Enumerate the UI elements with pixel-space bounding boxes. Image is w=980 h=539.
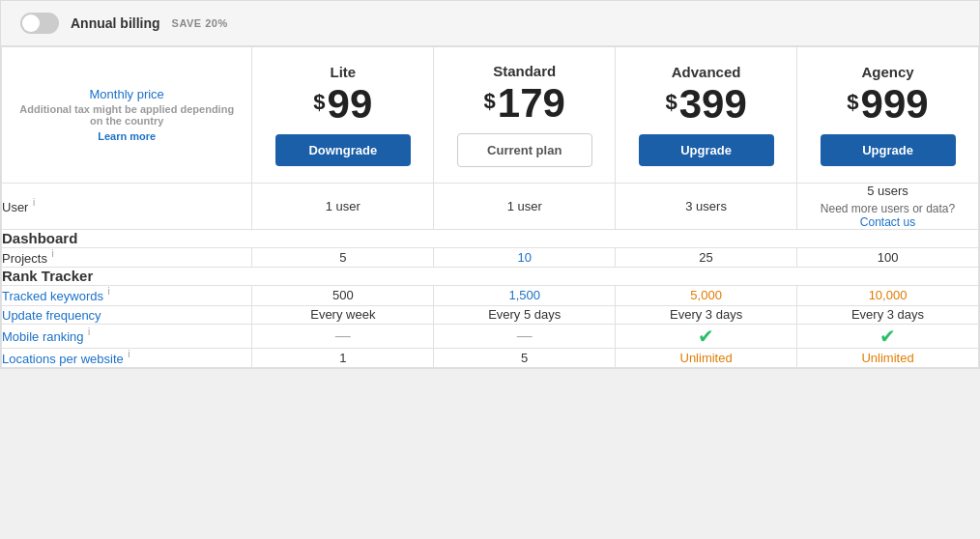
projects-lite-value: 5 [252, 248, 434, 268]
update-frequency-feature-cell: Update frequency [2, 305, 252, 324]
user-agency-value: 5 users Need more users or data? Contact… [797, 184, 979, 230]
annual-billing-toggle[interactable] [20, 13, 59, 34]
plan-header-agency: Agency $ 999 Upgrade [797, 47, 979, 184]
user-feature-cell: User i [2, 184, 252, 230]
tracked-keywords-agency: 10,000 [797, 286, 979, 305]
mobile-ranking-label: Mobile ranking [2, 329, 84, 344]
check-icon-agency: ✔ [879, 326, 896, 347]
plan-dollar-lite: $ [313, 90, 325, 115]
plan-name-advanced: Advanced [625, 64, 787, 80]
user-info-icon: i [33, 197, 35, 208]
plan-dollar-standard: $ [484, 89, 496, 114]
plan-amount-agency: 999 [861, 84, 929, 125]
pricing-table: Monthly price Additional tax might be ap… [1, 46, 979, 368]
current-plan-button[interactable]: Current plan [457, 133, 592, 167]
save-badge: SAVE 20% [172, 17, 228, 29]
update-freq-standard: Every 5 days [434, 305, 616, 324]
user-row: User i 1 user 1 user 3 users 5 users Nee… [2, 184, 979, 230]
contact-us-link[interactable]: Contact us [797, 215, 978, 229]
locations-row: Locations per website i 1 5 Unlimited Un… [2, 348, 979, 367]
dashboard-label: Dashboard [2, 230, 77, 246]
projects-agency-value: 100 [797, 248, 979, 268]
agency-users-text: 5 users [797, 184, 978, 198]
plan-header-standard: Standard $ 179 Current plan [434, 47, 616, 184]
update-frequency-row: Update frequency Every week Every 5 days… [2, 305, 979, 324]
tax-note: Additional tax might be applied dependin… [17, 103, 236, 127]
plan-dollar-agency: $ [847, 90, 858, 115]
locations-agency: Unlimited [797, 348, 979, 367]
plan-amount-advanced: 399 [679, 84, 747, 125]
rank-tracker-header-cell: Rank Tracker [2, 268, 979, 286]
user-standard-value: 1 user [434, 184, 616, 230]
rank-tracker-label: Rank Tracker [2, 268, 93, 284]
tracked-keywords-standard: 1,500 [434, 286, 616, 305]
mobile-ranking-info-icon: i [88, 326, 90, 337]
plan-name-standard: Standard [444, 63, 605, 79]
upgrade-button-advanced[interactable]: Upgrade [639, 134, 774, 166]
dash-icon-standard: — [517, 327, 533, 344]
check-icon-advanced: ✔ [698, 326, 714, 347]
mobile-ranking-agency: ✔ [797, 324, 979, 348]
tracked-keywords-row: Tracked keywords i 500 1,500 5,000 10,00… [2, 286, 979, 305]
plan-header-lite: Lite $ 99 Downgrade [252, 47, 434, 184]
dashboard-section-row: Dashboard [2, 230, 979, 248]
need-more-text: Need more users or data? [797, 202, 978, 215]
update-freq-lite: Every week [252, 305, 434, 324]
billing-bar: Annual billing SAVE 20% [1, 1, 979, 46]
locations-label: Locations per website [2, 352, 124, 366]
mobile-ranking-lite: — [252, 324, 434, 348]
mobile-ranking-feature-cell: Mobile ranking i [2, 324, 252, 348]
user-lite-value: 1 user [252, 184, 434, 230]
plan-header-advanced: Advanced $ 399 Upgrade [616, 47, 797, 184]
locations-info-icon: i [128, 349, 130, 359]
projects-standard-value: 10 [434, 248, 616, 268]
mobile-ranking-advanced: ✔ [616, 324, 797, 348]
monthly-price-label: Monthly price [17, 87, 236, 101]
locations-standard: 5 [434, 348, 616, 367]
mobile-ranking-standard: — [434, 324, 616, 348]
update-freq-advanced: Every 3 days [616, 305, 797, 324]
tracked-keywords-label: Tracked keywords [2, 290, 103, 304]
plan-name-lite: Lite [262, 64, 423, 80]
dashboard-header-cell: Dashboard [2, 230, 979, 248]
user-label: User [2, 200, 28, 214]
tracked-keywords-advanced: 5,000 [616, 286, 797, 305]
projects-label: Projects [2, 251, 47, 266]
dash-icon-lite: — [335, 327, 351, 344]
plan-dollar-advanced: $ [665, 90, 677, 115]
plan-name-agency: Agency [807, 64, 968, 80]
downgrade-button[interactable]: Downgrade [275, 134, 411, 166]
projects-info-icon: i [51, 248, 53, 259]
rank-tracker-section-row: Rank Tracker [2, 268, 979, 286]
tracked-keywords-info-icon: i [107, 286, 109, 297]
plan-header-row: Monthly price Additional tax might be ap… [2, 47, 979, 184]
update-frequency-label: Update frequency [2, 308, 101, 323]
locations-feature-cell: Locations per website i [2, 348, 252, 367]
projects-row: Projects i 5 10 25 100 [2, 248, 979, 268]
tracked-keywords-feature-cell: Tracked keywords i [2, 286, 252, 305]
projects-feature-cell: Projects i [2, 248, 252, 268]
mobile-ranking-row: Mobile ranking i — — ✔ ✔ [2, 324, 979, 348]
upgrade-button-agency[interactable]: Upgrade [821, 134, 956, 166]
plan-amount-standard: 179 [498, 83, 565, 124]
user-advanced-value: 3 users [616, 184, 797, 230]
locations-lite: 1 [252, 348, 434, 367]
update-freq-agency: Every 3 days [797, 305, 979, 324]
locations-advanced: Unlimited [616, 348, 797, 367]
projects-advanced-value: 25 [616, 248, 797, 268]
tracked-keywords-lite: 500 [252, 286, 434, 305]
feature-header-cell: Monthly price Additional tax might be ap… [2, 47, 252, 184]
plan-amount-lite: 99 [328, 84, 373, 125]
billing-label: Annual billing [71, 15, 160, 31]
learn-more-link[interactable]: Learn more [98, 130, 156, 142]
